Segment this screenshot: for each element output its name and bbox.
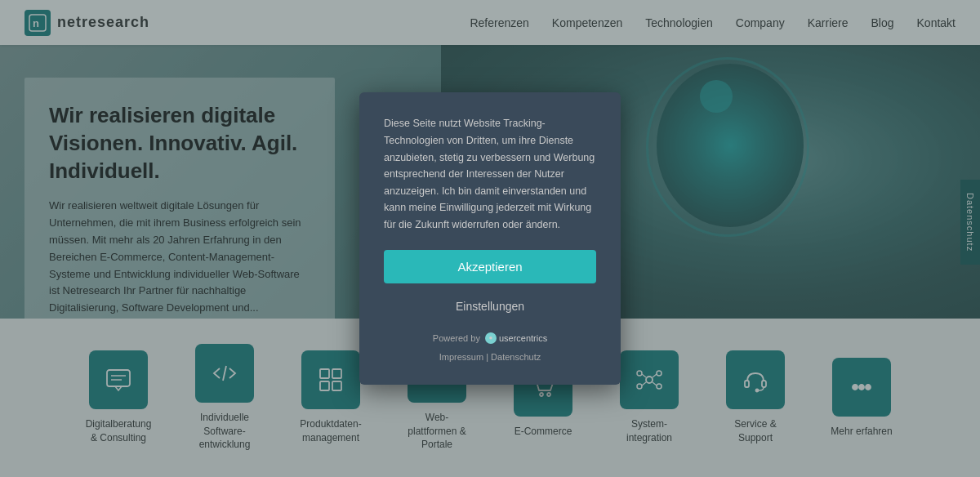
settings-button[interactable]: Einstellungen [384, 293, 596, 319]
cookie-modal: Diese Seite nutzt Website Tracking-Techn… [359, 92, 621, 384]
modal-links: Impressum | Datenschutz [384, 352, 596, 362]
powered-by-label: Powered by [433, 333, 480, 343]
uc-dot: ● [485, 332, 497, 344]
accept-button[interactable]: Akzeptieren [384, 250, 596, 283]
cookie-modal-overlay: Diese Seite nutzt Website Tracking-Techn… [0, 0, 980, 477]
impressum-link[interactable]: Impressum [439, 352, 483, 362]
usercentrics-label: usercentrics [499, 333, 547, 343]
powered-by: Powered by ● usercentrics [384, 332, 596, 344]
datenschutz-link[interactable]: Datenschutz [491, 352, 541, 362]
cookie-modal-text: Diese Seite nutzt Website Tracking-Techn… [384, 115, 596, 233]
usercentrics-logo: ● usercentrics [485, 332, 547, 344]
